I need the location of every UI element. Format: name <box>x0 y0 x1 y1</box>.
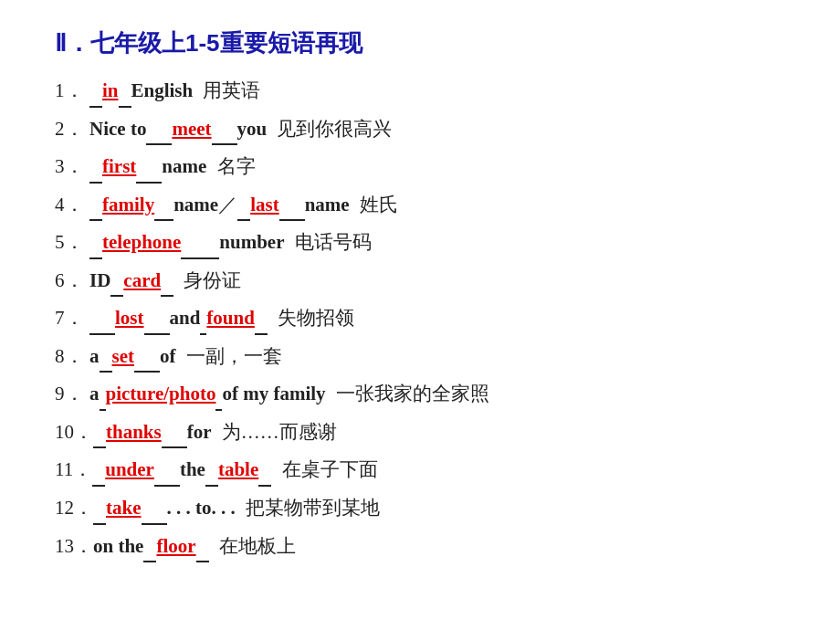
title-bold: 1-5 <box>185 29 220 57</box>
chinese-text: 名字 <box>217 152 256 182</box>
spacer <box>176 341 181 372</box>
blank-left <box>89 227 102 259</box>
item-number: 7． <box>55 303 89 333</box>
english-text: English <box>131 76 194 106</box>
blank-right <box>196 531 209 563</box>
blank-left <box>237 190 250 222</box>
spacer <box>267 114 271 144</box>
title-suffix: 重要短语再现 <box>220 29 362 57</box>
list-item: 8． a set of 一副，一套 <box>55 341 785 373</box>
list-item: 1． in English 用英语 <box>55 76 785 108</box>
blank-right <box>161 266 173 298</box>
list-item: 2． Nice to meet you 见到你很高兴 <box>55 114 785 146</box>
spacer <box>350 190 354 220</box>
spacer <box>193 76 197 106</box>
blank-left <box>205 455 218 487</box>
chinese-text: 在地板上 <box>219 531 296 562</box>
spacer <box>271 455 276 485</box>
spacer <box>326 379 331 409</box>
blank-left <box>93 417 106 449</box>
blank-left <box>100 341 112 373</box>
page: Ⅱ．七年级上1-5重要短语再现 1． in English 用英语2． Nice… <box>0 0 840 630</box>
blank-right <box>215 379 222 411</box>
blank-right <box>119 76 131 108</box>
english-text: for <box>187 417 212 447</box>
fill-word: under <box>105 455 154 485</box>
title-prefix: Ⅱ．七年级上 <box>55 29 185 57</box>
fill-word: family <box>102 190 154 220</box>
item-number: 10． <box>55 417 93 447</box>
chinese-text: 一副，一套 <box>186 341 282 372</box>
spacer <box>206 152 211 182</box>
blank-right <box>144 303 170 335</box>
fill-word: telephone <box>102 227 181 257</box>
english-text: the <box>180 455 205 485</box>
fill-word: card <box>123 266 161 296</box>
item-number: 11． <box>55 455 92 485</box>
english-text: name <box>305 190 350 220</box>
fill-word: in <box>102 76 119 106</box>
fill-word: thanks <box>106 417 162 447</box>
chinese-text: 失物招领 <box>278 303 354 333</box>
list-item: 13． on the floor 在地板上 <box>55 531 785 563</box>
blank-left <box>92 455 105 487</box>
blank-right <box>142 493 167 525</box>
blank-left <box>143 531 156 563</box>
list-item: 6． ID card 身份证 <box>55 266 785 298</box>
blank-left <box>89 303 115 335</box>
blank-left <box>89 190 102 222</box>
blank-right <box>279 190 305 222</box>
blank-right <box>255 303 268 335</box>
spacer <box>236 493 240 523</box>
english-text: ID <box>89 266 110 296</box>
english-text: a <box>89 379 100 409</box>
chinese-text: 把某物带到某地 <box>246 493 380 523</box>
fill-word: set <box>112 341 135 372</box>
item-number: 12． <box>55 493 93 523</box>
blank-right <box>136 152 162 184</box>
english-text: on the <box>93 531 143 562</box>
blank-right <box>134 341 160 373</box>
page-title: Ⅱ．七年级上1-5重要短语再现 <box>55 27 785 59</box>
blank-right <box>258 455 271 487</box>
list-item: 4． family name ／ last name 姓氏 <box>55 190 785 222</box>
blank-right <box>154 455 180 487</box>
fill-word: meet <box>172 114 211 144</box>
chinese-text: 在桌子下面 <box>282 455 378 485</box>
item-number: 6． <box>55 266 89 296</box>
english-text: name <box>162 152 206 182</box>
spacer <box>209 531 214 562</box>
item-number: 9． <box>55 379 89 409</box>
english-text: ／ <box>218 190 237 220</box>
english-text: you <box>237 114 268 144</box>
blank-right <box>162 417 187 449</box>
fill-word: picture/photo <box>106 379 216 409</box>
blank-left <box>146 114 172 146</box>
spacer <box>268 303 272 333</box>
blank-left <box>200 303 206 335</box>
blank-right <box>212 114 237 146</box>
fill-word: take <box>106 493 142 523</box>
list-item: 3． first name 名字 <box>55 152 785 184</box>
english-text: of my family <box>222 379 325 409</box>
blank-left <box>89 76 102 108</box>
list-item: 9． a picture/photo of my family 一张我家的全家照 <box>55 379 785 411</box>
item-number: 4． <box>55 190 89 220</box>
item-number: 8． <box>55 341 89 372</box>
fill-word: first <box>102 152 136 182</box>
blank-left <box>89 152 102 184</box>
spacer <box>285 227 289 257</box>
spacer <box>173 266 178 296</box>
blank-right <box>154 190 173 222</box>
fill-word: last <box>250 190 279 220</box>
english-text: name <box>173 190 218 220</box>
blank-left <box>100 379 106 411</box>
item-number: 13． <box>55 531 93 562</box>
list-item: 12． take . . . to. . . 把某物带到某地 <box>55 493 785 525</box>
english-text: a <box>89 341 100 372</box>
fill-word: lost <box>115 303 144 333</box>
phrase-list: 1． in English 用英语2． Nice to meet you 见到你… <box>55 76 785 562</box>
chinese-text: 姓氏 <box>360 190 398 220</box>
item-number: 5． <box>55 227 89 257</box>
chinese-text: 见到你很高兴 <box>277 114 392 144</box>
